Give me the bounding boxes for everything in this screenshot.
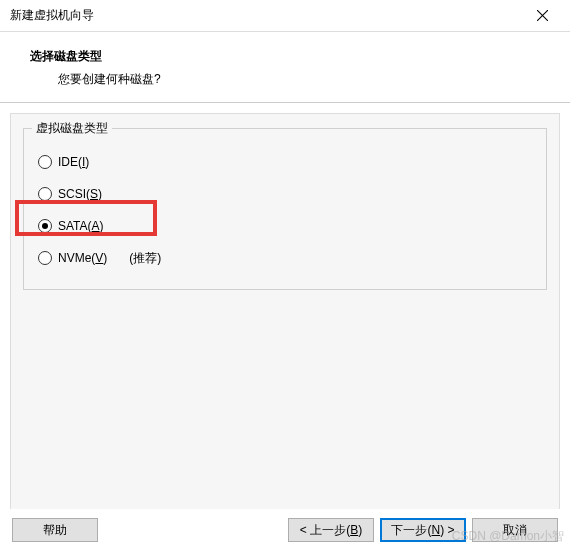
radio-icon <box>38 187 52 201</box>
cancel-button[interactable]: 取消 <box>472 518 558 542</box>
radio-option-scsi[interactable]: SCSI(S) <box>36 179 534 209</box>
radio-label: NVMe(V) <box>58 251 107 265</box>
content-panel: 虚拟磁盘类型 IDE(I) SCSI(S) SATA(A) NVMe(V) (推… <box>10 113 560 511</box>
close-icon <box>537 10 548 21</box>
button-bar: 帮助 < 上一步(B) 下一步(N) > 取消 <box>0 509 570 551</box>
window-title: 新建虚拟机向导 <box>10 7 522 24</box>
back-button[interactable]: < 上一步(B) <box>288 518 374 542</box>
radio-icon <box>38 219 52 233</box>
wizard-header: 选择磁盘类型 您要创建何种磁盘? <box>0 32 570 103</box>
radio-label: IDE(I) <box>58 155 89 169</box>
disk-type-group: 虚拟磁盘类型 IDE(I) SCSI(S) SATA(A) NVMe(V) (推… <box>23 128 547 290</box>
radio-option-sata[interactable]: SATA(A) <box>36 211 534 241</box>
radio-icon <box>38 251 52 265</box>
group-legend: 虚拟磁盘类型 <box>32 120 112 137</box>
radio-label: SATA(A) <box>58 219 104 233</box>
close-button[interactable] <box>522 2 562 30</box>
radio-label: SCSI(S) <box>58 187 102 201</box>
radio-icon <box>38 155 52 169</box>
radio-option-nvme[interactable]: NVMe(V) (推荐) <box>36 243 534 273</box>
help-button[interactable]: 帮助 <box>12 518 98 542</box>
page-title: 选择磁盘类型 <box>30 48 552 65</box>
recommended-label: (推荐) <box>129 250 161 267</box>
titlebar: 新建虚拟机向导 <box>0 0 570 32</box>
page-subtitle: 您要创建何种磁盘? <box>58 71 552 88</box>
next-button[interactable]: 下一步(N) > <box>380 518 466 542</box>
radio-option-ide[interactable]: IDE(I) <box>36 147 534 177</box>
